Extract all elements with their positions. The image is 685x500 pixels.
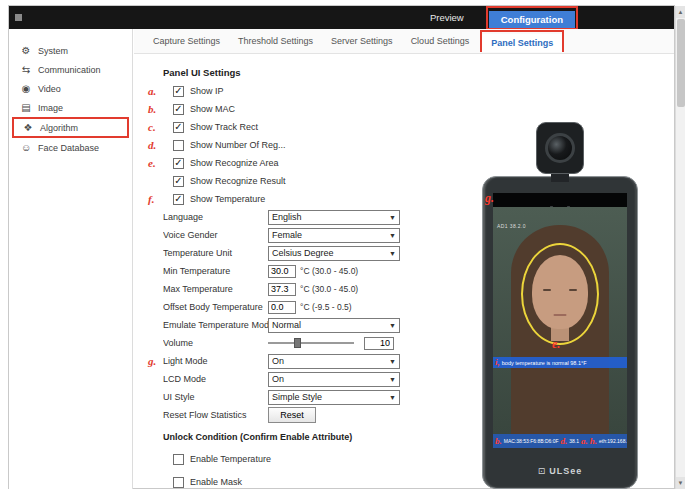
volume-value-input[interactable]	[364, 337, 394, 350]
field-row-volume: Volume	[148, 334, 470, 352]
configuration-button[interactable]: Configuration	[489, 11, 575, 28]
offset-body-temperature-input[interactable]	[268, 301, 296, 314]
show-track-rect-checkbox[interactable]	[173, 122, 184, 133]
show-mac-checkbox[interactable]	[173, 104, 184, 115]
field-label: Reset Flow Statistics	[163, 410, 268, 420]
portrait-photo: AD1 38.2.0 i, body temperature is normal…	[493, 207, 627, 434]
checkbox-row: e. Show Recognize Area	[148, 154, 470, 172]
reset-button[interactable]: Reset	[268, 407, 316, 423]
field-row-min-temperature: Min Temperature °C (30.0 - 45.0)	[148, 262, 470, 280]
lcd-mode-select[interactable]: On ▼	[268, 372, 400, 387]
select-value: Female	[272, 230, 302, 240]
voice-gender-select[interactable]: Female ▼	[268, 228, 400, 243]
top-bar: Preview Configuration	[9, 6, 674, 29]
scrollbar-thumb[interactable]	[677, 19, 685, 107]
field-row-offset-body-temperature: Offset Body Temperature °C (-9.5 - 0.5)	[148, 298, 470, 316]
show-ip-checkbox[interactable]	[173, 86, 184, 97]
scroll-up-icon[interactable]: ▲	[676, 6, 685, 18]
field-label: Emulate Temperature Mode	[163, 320, 268, 330]
annotation-letter-d: d.	[148, 140, 163, 151]
show-recognize-area-checkbox[interactable]	[173, 158, 184, 169]
annotation-letter-e: e.	[148, 158, 163, 169]
show-recognize-result-checkbox[interactable]	[173, 176, 184, 187]
device-screen: AD1 38.2.0 i, body temperature is normal…	[493, 193, 627, 448]
vertical-scrollbar[interactable]: ▲ ▼	[675, 6, 685, 489]
device-sensor-strip	[493, 193, 627, 207]
field-label: Min Temperature	[163, 266, 268, 276]
enable-mask-checkbox[interactable]	[173, 477, 184, 488]
image-icon: ▤	[19, 102, 33, 113]
field-range-hint: °C (30.0 - 45.0)	[300, 266, 358, 276]
chevron-down-icon: ▼	[389, 322, 396, 329]
tab-cloud-settings[interactable]: Cloud Settings	[402, 32, 479, 50]
sidebar-item-system[interactable]: ⚙ System	[9, 41, 132, 60]
video-icon: ◉	[19, 83, 33, 94]
checkbox-row: Show Recognize Result	[148, 172, 470, 190]
field-row-temperature-unit: Temperature Unit Celsius Degree ▼	[148, 244, 470, 262]
tab-panel-settings[interactable]: Panel Settings	[482, 34, 562, 52]
field-row-ui-style: UI Style Simple Style ▼	[148, 388, 470, 406]
annotation-box-panel-settings: Panel Settings	[480, 30, 564, 52]
slider-track	[268, 342, 354, 344]
chevron-down-icon: ▼	[389, 232, 396, 239]
communication-icon: ⇆	[19, 64, 33, 75]
temperature-result-text: body temperature is normal 98.1°F	[502, 360, 587, 366]
show-temperature-checkbox[interactable]	[173, 194, 184, 205]
select-value: Simple Style	[272, 392, 322, 402]
sidebar-item-algorithm[interactable]: ❖ Algorithm	[14, 119, 127, 136]
checkbox-label: Show MAC	[190, 104, 235, 114]
sidebar-item-communication[interactable]: ⇆ Communication	[9, 60, 132, 79]
field-row-voice-gender: Voice Gender Female ▼	[148, 226, 470, 244]
checkbox-row: a. Show IP	[148, 82, 470, 100]
select-value: On	[272, 356, 284, 366]
chevron-down-icon: ▼	[389, 214, 396, 221]
annotation-letter-c: c.	[148, 122, 163, 133]
camera-lens-icon	[545, 133, 575, 163]
checkbox-label: Show IP	[190, 86, 224, 96]
scroll-down-icon[interactable]: ▼	[676, 477, 685, 489]
annotation-letter-d2: d.	[561, 437, 568, 446]
device-body: AD1 38.2.0 i, body temperature is normal…	[482, 176, 638, 489]
tab-capture-settings[interactable]: Capture Settings	[144, 32, 229, 50]
tab-server-settings[interactable]: Server Settings	[322, 32, 402, 50]
device-info-text: AD1 38.2.0	[497, 223, 526, 229]
sidebar-item-image[interactable]: ▤ Image	[9, 98, 132, 117]
sidebar-item-label: Communication	[38, 65, 101, 75]
sidebar-item-label: Video	[38, 84, 61, 94]
language-select[interactable]: English ▼	[268, 210, 400, 225]
brand-name: ULSee	[549, 466, 582, 476]
chevron-down-icon: ▼	[389, 358, 396, 365]
light-mode-select[interactable]: On ▼	[268, 354, 400, 369]
annotation-letter-e2: e.	[552, 338, 560, 350]
slider-handle[interactable]	[294, 338, 301, 348]
emulate-temperature-mode-select[interactable]: Normal ▼	[268, 318, 400, 333]
field-label: Offset Body Temperature	[163, 302, 268, 312]
select-value: On	[272, 374, 284, 384]
volume-slider[interactable]	[268, 336, 354, 350]
show-number-of-reg-checkbox[interactable]	[173, 140, 184, 151]
recognize-area-overlay	[521, 243, 599, 345]
temperature-unit-select[interactable]: Celsius Degree ▼	[268, 246, 400, 261]
device-camera-pod	[536, 122, 584, 174]
min-temperature-input[interactable]	[268, 265, 296, 278]
sidebar-item-video[interactable]: ◉ Video	[9, 79, 132, 98]
face-database-icon: ☺	[19, 142, 33, 153]
device-count-text: 38.1	[569, 438, 579, 444]
checkbox-row: b. Show MAC	[148, 100, 470, 118]
checkbox-label: Show Temperature	[190, 194, 265, 204]
ui-style-select[interactable]: Simple Style ▼	[268, 390, 400, 405]
field-label: Language	[163, 212, 268, 222]
checkbox-label: Show Recognize Result	[190, 176, 286, 186]
sidebar-item-label: Algorithm	[40, 123, 78, 133]
chevron-down-icon: ▼	[389, 250, 396, 257]
tab-threshold-settings[interactable]: Threshold Settings	[229, 32, 322, 50]
preview-button[interactable]: Preview	[430, 12, 464, 23]
checkbox-row: d. Show Number Of Reg...	[148, 136, 470, 154]
enable-temperature-checkbox[interactable]	[173, 454, 184, 465]
sidebar-item-face-database[interactable]: ☺ Face Database	[9, 138, 132, 157]
field-label: Temperature Unit	[163, 248, 268, 258]
max-temperature-input[interactable]	[268, 283, 296, 296]
select-value: Normal	[272, 320, 301, 330]
select-value: Celsius Degree	[272, 248, 334, 258]
field-range-hint: °C (-9.5 - 0.5)	[300, 302, 352, 312]
